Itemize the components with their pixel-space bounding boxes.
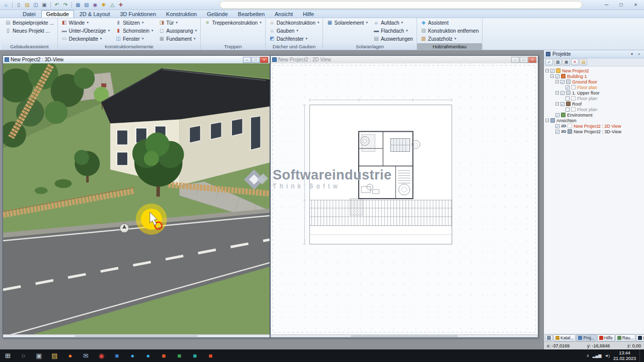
2d-horizontal-scrollbar[interactable]	[271, 334, 538, 337]
orbit-control[interactable]	[120, 224, 129, 233]
2d-view-icon[interactable]: ▦	[74, 1, 82, 9]
checkbox[interactable]: ✓	[555, 124, 559, 128]
checkbox[interactable]: ✓	[555, 130, 559, 134]
tree-item-roof[interactable]: −✓Roof	[544, 101, 644, 107]
recorder-green-icon[interactable]: ■	[172, 349, 187, 362]
new-folder-icon[interactable]: ▤	[580, 59, 587, 65]
checkbox[interactable]: ✓	[555, 113, 559, 117]
expander-icon[interactable]: −	[550, 74, 554, 78]
ribbon-button-dachkonstruktion[interactable]: ⌂Dachkonstruktion▾	[268, 19, 321, 27]
ribbon-button-unter-uberzuge[interactable]: ▬Unter-/Überzüge▾	[60, 27, 111, 35]
ribbon-button-wande[interactable]: ◧Wände▾	[60, 19, 111, 27]
ribbon-button-aufdach[interactable]: ⌂Aufdach▾	[372, 19, 415, 27]
open-icon[interactable]: ▤	[23, 1, 31, 9]
expander-icon[interactable]: −	[545, 69, 549, 72]
ribbon-button-fundament[interactable]: ▦Fundament▾	[157, 35, 198, 43]
app-teal-icon[interactable]: ■	[187, 349, 203, 362]
tree-item-new-project2-2d-view[interactable]: ✓2DNew Project2 : 2D View	[544, 123, 644, 129]
scrollbar-thumb[interactable]	[351, 335, 457, 337]
undo-icon[interactable]: ↶	[53, 1, 61, 9]
maximize-button[interactable]: □	[252, 57, 260, 63]
settings-icon[interactable]: ✚	[117, 1, 125, 9]
expander-icon[interactable]: −	[545, 119, 549, 122]
menu-item-gebaude[interactable]: Gebäude	[41, 10, 74, 18]
minimize-button[interactable]: –	[243, 57, 251, 63]
menu-item-datei[interactable]: Datei	[18, 11, 40, 18]
ribbon-button-deckenplatte[interactable]: ▭Deckenplatte▾	[60, 35, 111, 43]
tree-item-floor-plan[interactable]: ✓Floor plan	[544, 84, 644, 90]
ribbon-button-fenster[interactable]: ◫Fenster▾	[114, 35, 154, 43]
menu-item-hilfe[interactable]: Hilfe	[298, 11, 318, 18]
taskbar-clock[interactable]: 13:44 21.02.2023	[613, 350, 636, 361]
cascade-windows-icon[interactable]: ▣	[562, 59, 570, 65]
camera-icon[interactable]: ◉	[91, 1, 99, 9]
ribbon-button-konstruktion-entfernen[interactable]: ▨Konstruktion entfernen	[419, 27, 480, 35]
close-button[interactable]: ×	[628, 0, 643, 10]
tree-item-ground-floor[interactable]: −✓Ground floor	[544, 79, 644, 84]
mail-icon[interactable]: ✉	[78, 349, 94, 362]
tree-item-1-upper-floor[interactable]: −✓1. Upper floor	[544, 90, 644, 96]
close-button[interactable]: ×	[528, 57, 536, 63]
panel-tab-mass[interactable]: Mass...	[636, 334, 644, 341]
new-file-icon[interactable]: ▯	[15, 1, 23, 9]
panel-menu-icon[interactable]: ▾	[629, 51, 635, 57]
recorder-orange-icon[interactable]: ■	[156, 349, 172, 362]
expander-icon[interactable]: −	[555, 80, 559, 83]
scrollbar-thumb[interactable]	[75, 335, 198, 337]
checkbox[interactable]: ✓	[560, 102, 565, 106]
panel-tab-icon-only[interactable]	[545, 335, 553, 341]
panel-tab-proj[interactable]: Proj...	[576, 334, 596, 341]
delete-view-icon[interactable]: ×	[571, 59, 579, 65]
expander-icon[interactable]: −	[555, 91, 559, 95]
ribbon-button-neues-projekt[interactable]: ▯Neues Projekt ...	[4, 27, 55, 35]
3d-horizontal-scrollbar[interactable]	[3, 334, 270, 337]
edge-icon[interactable]: ●	[140, 349, 156, 362]
print-icon[interactable]: ▣	[40, 1, 48, 9]
ribbon-button-gauben[interactable]: ⌂Gauben▾	[268, 27, 321, 35]
apply-check-icon[interactable]: ✓	[545, 59, 553, 65]
ribbon-button-schornstein[interactable]: ▮Schornstein▾	[114, 27, 154, 35]
firefox-icon[interactable]: ●	[62, 349, 78, 362]
tree-item-building-1[interactable]: −✓Building 1	[544, 73, 644, 79]
tile-windows-icon[interactable]: ▦	[554, 59, 561, 65]
show-desktop-button[interactable]	[639, 349, 642, 362]
file-explorer-icon[interactable]: ▤	[47, 349, 62, 362]
minimize-button[interactable]: ─	[599, 0, 614, 10]
panel-tab-katal[interactable]: Katal...	[553, 334, 576, 341]
checkbox[interactable]: ✓	[560, 80, 565, 84]
tree-item-environment[interactable]: ✓Environment	[544, 112, 644, 118]
search-icon[interactable]: ○	[16, 349, 31, 362]
walkthrough-icon[interactable]: △	[108, 1, 116, 9]
ribbon-button-stutzen[interactable]: ▮Stützen▾	[114, 19, 154, 27]
ribbon-button-tur[interactable]: ◨Tür▾	[157, 19, 198, 27]
panel-tab-rau[interactable]: Rau...	[615, 334, 636, 341]
ribbon-button-beispielprojekte[interactable]: ▤Beispielprojekte ...	[4, 19, 55, 27]
menu-item-2d-layout[interactable]: 2D & Layout	[75, 11, 115, 18]
ribbon-button-auswertungen[interactable]: ▤Auswertungen	[372, 35, 415, 43]
ribbon-button-zusatzholz[interactable]: ▥Zusatzholz▾	[419, 35, 480, 43]
checkbox[interactable]	[566, 97, 570, 101]
tree-item-floor-plan[interactable]: Floor plan	[544, 96, 644, 101]
daylight-icon[interactable]: ✱	[100, 1, 108, 9]
ribbon-button-treppenkonstruktion[interactable]: ≡Treppenkonstruktion▾	[203, 19, 263, 27]
2d-viewport[interactable]	[271, 63, 538, 334]
ribbon-button-solarelement[interactable]: ▦Solarelement▾	[325, 19, 369, 27]
panel-tab-hilfe[interactable]: Hilfe	[597, 334, 615, 341]
menu-item-bearbeiten[interactable]: Bearbeiten	[233, 11, 269, 18]
expander-icon[interactable]: −	[555, 102, 559, 106]
close-button[interactable]: ×	[260, 57, 268, 63]
task-view-icon[interactable]: ▣	[31, 349, 47, 362]
app-icon[interactable]: ⌂	[2, 1, 10, 9]
start-button[interactable]: ⊞	[0, 349, 16, 362]
checkbox[interactable]: ✓	[560, 91, 565, 95]
tree-item-new-project2[interactable]: −✓New Project2	[544, 68, 644, 73]
checkbox[interactable]: ✓	[555, 74, 559, 78]
tree-item-floor-plan[interactable]: Floor plan	[544, 107, 644, 112]
menu-item-ansicht[interactable]: Ansicht	[270, 11, 297, 18]
panel-close-icon[interactable]: ×	[636, 51, 642, 57]
2d-view-titlebar[interactable]: New Project2 : 2D View –□×	[271, 56, 538, 63]
tree-item-new-project2-3d-view[interactable]: ✓3DNew Project2 : 3D-View	[544, 129, 644, 134]
maximize-button[interactable]: □	[520, 57, 528, 63]
app-blue-icon[interactable]: ■	[109, 349, 125, 362]
ribbon-button-dachfenster[interactable]: ◩Dachfenster▾	[268, 35, 321, 43]
